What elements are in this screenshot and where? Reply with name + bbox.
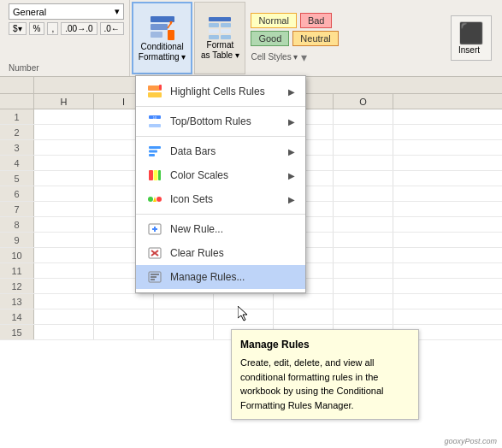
- svg-rect-12: [221, 35, 231, 39]
- menu-item-clear-rules[interactable]: Clear Rules: [136, 241, 305, 265]
- percent-button[interactable]: %: [29, 22, 45, 35]
- submenu-arrow-2-icon: ▶: [288, 117, 295, 127]
- svg-rect-11: [209, 35, 219, 39]
- svg-rect-6: [209, 17, 231, 21]
- watermark: gooxyPost.com: [444, 437, 497, 445]
- svg-rect-23: [154, 170, 158, 180]
- submenu-arrow-icon: ▶: [288, 87, 295, 97]
- svg-rect-8: [221, 23, 231, 27]
- svg-rect-22: [149, 170, 153, 180]
- currency-button[interactable]: $▾: [9, 22, 27, 35]
- svg-rect-21: [149, 154, 155, 156]
- top-bottom-icon: 10: [146, 114, 163, 129]
- format-table-label: Formatas Table ▾: [201, 40, 239, 61]
- col-header-h: H: [34, 94, 94, 109]
- number-group: General ▾ $▾ % , .00→.0 .0← Number: [3, 0, 130, 76]
- cell-styles-label: Cell Styles ▾: [251, 52, 298, 62]
- svg-rect-24: [158, 170, 161, 180]
- svg-rect-1: [151, 24, 168, 30]
- svg-rect-15: [159, 85, 162, 90]
- ribbon: General ▾ $▾ % , .00→.0 .0← Number: [0, 0, 502, 77]
- menu-item-top-bottom-rules[interactable]: 10 Top/Bottom Rules ▶: [136, 109, 305, 133]
- style-bad[interactable]: Bad: [300, 13, 333, 28]
- svg-rect-0: [151, 16, 174, 22]
- styles-group: ConditionalFormatting ▾ Formatas Table ▾: [130, 0, 444, 76]
- manage-rules-icon: [146, 269, 163, 285]
- menu-divider-3: [136, 214, 305, 215]
- svg-rect-14: [148, 92, 162, 97]
- svg-rect-18: [149, 124, 161, 127]
- svg-point-25: [148, 197, 153, 202]
- number-row: $▾ % , .00→.0 .0←: [9, 22, 124, 35]
- svg-marker-26: [153, 197, 157, 202]
- table-row: 13: [0, 294, 502, 309]
- new-rule-icon: [146, 221, 163, 237]
- increase-decimal-button[interactable]: .00→.0: [61, 22, 97, 35]
- svg-rect-9: [209, 29, 219, 33]
- svg-rect-3: [168, 30, 174, 40]
- insert-group: ⬛ Insert: [444, 0, 499, 76]
- submenu-arrow-3-icon: ▶: [288, 147, 295, 156]
- table-row: 14: [0, 309, 502, 325]
- highlight-cells-icon: [146, 84, 163, 99]
- number-group-label: Number: [9, 62, 124, 73]
- conditional-formatting-icon: [149, 15, 176, 42]
- comma-button[interactable]: ,: [47, 22, 58, 35]
- styles-scroll-icon[interactable]: ▾: [301, 50, 307, 64]
- dropdown-arrow-icon: ▾: [115, 6, 120, 17]
- name-box[interactable]: [0, 77, 34, 93]
- svg-rect-2: [151, 32, 162, 38]
- number-format-dropdown[interactable]: General ▾: [9, 3, 124, 20]
- col-header-o: O: [334, 94, 393, 109]
- insert-button[interactable]: ⬛ Insert: [451, 15, 492, 61]
- svg-rect-10: [221, 29, 231, 33]
- menu-item-highlight-cells-rules[interactable]: Highlight Cells Rules ▶: [136, 80, 305, 103]
- menu-item-color-scales[interactable]: Color Scales ▶: [136, 163, 305, 187]
- style-normal[interactable]: Normal: [251, 13, 296, 28]
- conditional-formatting-menu: Highlight Cells Rules ▶ 10 Top/Bottom Ru…: [135, 75, 306, 293]
- color-scales-icon: [146, 168, 163, 183]
- cf-label: ConditionalFormatting ▾: [139, 42, 186, 62]
- format-as-table-button[interactable]: Formatas Table ▾: [194, 2, 245, 74]
- submenu-arrow-4-icon: ▶: [288, 171, 295, 180]
- format-table-icon: [208, 16, 232, 40]
- row-num-header: [0, 94, 34, 109]
- tooltip-title: Manage Rules: [240, 337, 410, 352]
- svg-rect-20: [149, 150, 157, 153]
- decrease-decimal-button[interactable]: .0←: [100, 22, 124, 35]
- submenu-arrow-5-icon: ▶: [288, 195, 295, 204]
- style-good[interactable]: Good: [251, 31, 289, 46]
- menu-item-new-rule[interactable]: New Rule...: [136, 217, 305, 241]
- svg-point-27: [157, 197, 162, 202]
- svg-rect-7: [209, 23, 219, 27]
- tooltip-body: Create, edit, delete, and view all condi…: [240, 356, 410, 412]
- menu-item-manage-rules[interactable]: Manage Rules...: [136, 265, 305, 289]
- data-bars-icon: [146, 144, 163, 159]
- manage-rules-tooltip: Manage Rules Create, edit, delete, and v…: [231, 329, 419, 420]
- menu-item-icon-sets[interactable]: Icon Sets ▶: [136, 187, 305, 211]
- conditional-formatting-button[interactable]: ConditionalFormatting ▾: [132, 2, 193, 74]
- icon-sets-icon: [146, 192, 163, 207]
- menu-item-data-bars[interactable]: Data Bars ▶: [136, 139, 305, 163]
- svg-text:10: 10: [153, 115, 157, 120]
- style-neutral[interactable]: Neutral: [292, 31, 338, 46]
- clear-rules-icon: [146, 245, 163, 261]
- svg-line-4: [168, 23, 171, 28]
- menu-divider-1: [136, 106, 305, 107]
- insert-icon: ⬛: [458, 21, 484, 45]
- menu-divider-2: [136, 136, 305, 137]
- svg-rect-19: [149, 146, 161, 149]
